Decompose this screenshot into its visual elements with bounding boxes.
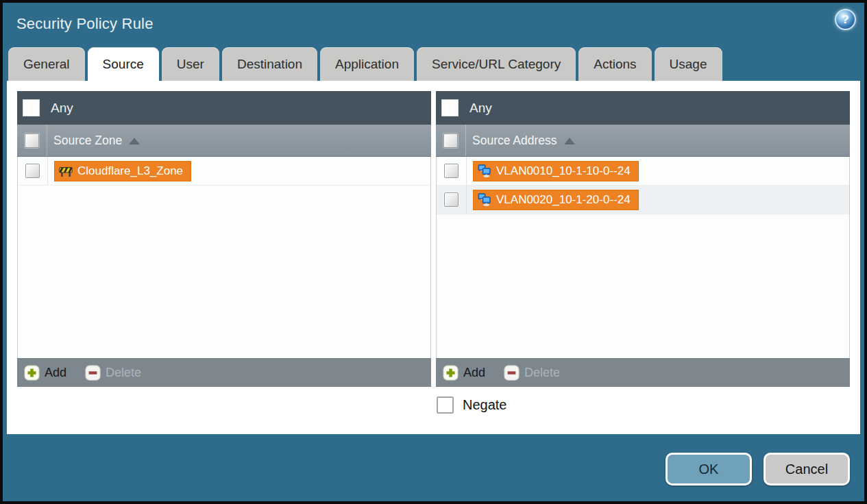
- help-glyph: ?: [842, 13, 848, 27]
- add-label: Add: [45, 366, 66, 380]
- row-label: Cloudflare_L3_Zone: [77, 164, 183, 178]
- tab-destination[interactable]: Destination: [222, 47, 317, 81]
- any-label: Any: [469, 101, 492, 116]
- cancel-button[interactable]: Cancel: [764, 453, 850, 486]
- table-row[interactable]: VLAN0010_10-1-10-0--24: [437, 157, 849, 186]
- source-address-toolbar: Add Delete: [436, 358, 850, 387]
- tab-source[interactable]: Source: [88, 47, 159, 81]
- source-zone-panel: Any Source Zone: [17, 91, 431, 387]
- minus-icon: [504, 365, 520, 381]
- delete-button[interactable]: Delete: [504, 365, 560, 381]
- dialog-footer: OK Cancel: [3, 434, 864, 504]
- plus-icon: [24, 365, 40, 381]
- source-zone-any-header: Any: [17, 91, 431, 125]
- address-chip[interactable]: VLAN0010_10-1-10-0--24: [473, 161, 639, 181]
- row-checkbox[interactable]: [25, 164, 40, 178]
- source-zone-select-all-checkbox[interactable]: [25, 134, 39, 148]
- table-row[interactable]: VLAN0020_10-1-20-0--24: [437, 186, 849, 214]
- row-label: VLAN0010_10-1-10-0--24: [496, 164, 631, 178]
- ok-button[interactable]: OK: [665, 453, 752, 486]
- panels-container: Any Source Zone: [7, 81, 860, 387]
- source-tab-content: Any Source Zone: [7, 81, 860, 434]
- help-icon[interactable]: ?: [835, 9, 856, 30]
- tab-user[interactable]: User: [162, 47, 219, 81]
- table-row[interactable]: Cloudflare_L3_Zone: [18, 157, 430, 186]
- sort-ascending-icon[interactable]: [564, 138, 575, 144]
- negate-row: Negate: [7, 396, 860, 414]
- tab-actions[interactable]: Actions: [578, 47, 651, 81]
- negate-label: Negate: [463, 397, 507, 413]
- negate-checkbox[interactable]: [437, 396, 454, 414]
- row-checkbox[interactable]: [444, 164, 459, 178]
- checkbox-cell: [18, 157, 48, 185]
- add-label: Add: [463, 366, 485, 380]
- address-chip[interactable]: VLAN0020_10-1-20-0--24: [473, 190, 639, 210]
- tab-application[interactable]: Application: [320, 47, 414, 81]
- zone-icon: [59, 164, 73, 178]
- tab-service-url-category[interactable]: Service/URL Category: [417, 47, 576, 81]
- source-zone-any-checkbox[interactable]: [23, 99, 40, 116]
- source-zone-column-header[interactable]: Source Zone: [17, 125, 431, 157]
- title-bar: Security Policy Rule ?: [3, 3, 864, 45]
- source-zone-toolbar: Add Delete: [17, 358, 431, 387]
- page-title: Security Policy Rule: [16, 15, 154, 33]
- security-policy-rule-dialog: Security Policy Rule ? General Source Us…: [0, 0, 867, 504]
- checkbox-cell: [436, 125, 466, 156]
- source-address-panel: Any Source Address: [436, 91, 850, 387]
- row-label: VLAN0020_10-1-20-0--24: [496, 193, 631, 207]
- sort-ascending-icon[interactable]: [129, 138, 140, 144]
- add-button[interactable]: Add: [24, 365, 66, 381]
- checkbox-cell: [437, 186, 467, 214]
- minus-icon: [85, 365, 101, 381]
- tab-bar: General Source User Destination Applicat…: [3, 45, 864, 81]
- source-address-any-header: Any: [436, 91, 850, 125]
- checkbox-cell: [17, 125, 47, 156]
- add-button[interactable]: Add: [443, 365, 485, 381]
- delete-label: Delete: [106, 366, 141, 380]
- delete-button[interactable]: Delete: [85, 365, 141, 381]
- plus-icon: [443, 365, 459, 381]
- checkbox-cell: [437, 157, 467, 185]
- any-label: Any: [51, 101, 73, 116]
- source-address-select-all-checkbox[interactable]: [443, 134, 458, 148]
- column-header-label: Source Address: [472, 134, 557, 148]
- address-icon: [478, 164, 491, 178]
- source-zone-list: Cloudflare_L3_Zone: [17, 157, 431, 358]
- delete-label: Delete: [524, 366, 560, 380]
- address-icon: [478, 193, 491, 207]
- source-address-column-header[interactable]: Source Address: [436, 125, 850, 157]
- column-header-label: Source Zone: [53, 134, 122, 148]
- zone-chip[interactable]: Cloudflare_L3_Zone: [54, 161, 191, 181]
- source-address-any-checkbox[interactable]: [441, 99, 459, 116]
- tab-usage[interactable]: Usage: [655, 47, 722, 81]
- source-address-list: VLAN0010_10-1-10-0--24: [436, 157, 850, 358]
- tab-general[interactable]: General: [8, 47, 85, 81]
- row-checkbox[interactable]: [444, 192, 459, 207]
